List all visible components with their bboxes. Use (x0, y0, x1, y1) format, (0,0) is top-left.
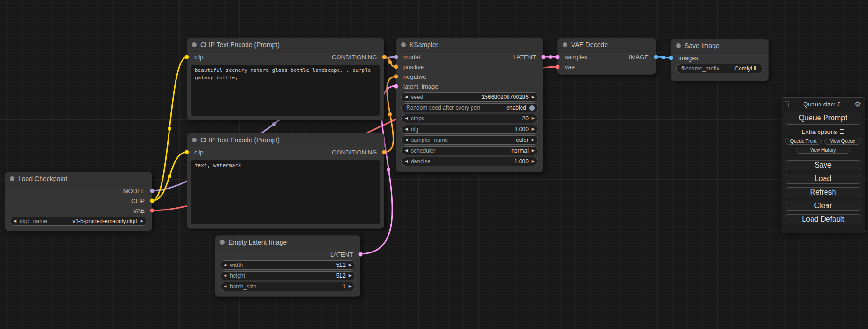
widget-steps[interactable]: ◀ steps 20 ▶ (401, 114, 538, 123)
widget-seed[interactable]: ◀ seed 156680208700286 ▶ (401, 92, 538, 102)
images-input-port[interactable] (669, 56, 673, 60)
node-clip-text-encode-negative[interactable]: CLIP Text Encode (Prompt) clip CONDITION… (187, 133, 384, 229)
link-midpoint-dot (388, 60, 392, 64)
load-default-button[interactable]: Load Default (785, 214, 861, 224)
node-save-image[interactable]: Save Image images filename_prefix ComfyU… (671, 39, 769, 81)
collapse-dot[interactable] (220, 240, 225, 245)
widget-height[interactable]: ◀ height 512 ▶ (220, 271, 355, 280)
link-midpoint-dot (168, 127, 171, 131)
decrement-arrow-icon[interactable]: ◀ (405, 160, 408, 163)
decrement-arrow-icon[interactable]: ◀ (405, 149, 408, 153)
widget-scheduler[interactable]: ◀ scheduler normal ▶ (401, 146, 538, 155)
positive-input-port[interactable] (394, 64, 398, 69)
decrement-arrow-icon[interactable]: ◀ (405, 117, 408, 120)
view-queue-button[interactable]: View Queue (824, 138, 861, 145)
extra-options-row: Extra options (785, 128, 861, 135)
increment-arrow-icon[interactable]: ▶ (532, 138, 535, 142)
decrement-arrow-icon[interactable]: ◀ (405, 95, 408, 99)
latent-output-port[interactable] (359, 252, 363, 256)
extra-options-label: Extra options (802, 128, 837, 135)
decrement-arrow-icon[interactable]: ◀ (405, 138, 408, 142)
view-history-button[interactable]: View History (796, 147, 850, 154)
node-clip-text-encode-positive[interactable]: CLIP Text Encode (Prompt) clip CONDITION… (187, 38, 384, 120)
widget-value: 512 (336, 273, 346, 279)
widget-width[interactable]: ◀ width 512 ▶ (220, 260, 355, 270)
extra-options-checkbox[interactable] (840, 129, 844, 134)
clip-input-port[interactable] (185, 150, 189, 154)
latent-image-input-port[interactable] (394, 84, 398, 88)
node-title-bar[interactable]: KSampler (396, 38, 543, 52)
slot-row: latent_image (396, 81, 543, 91)
latent-output-port[interactable] (542, 55, 546, 59)
node-ksampler[interactable]: KSampler model LATENT positive negative … (396, 38, 543, 172)
node-title: Load Checkpoint (18, 175, 67, 182)
node-vae-decode[interactable]: VAE Decode samples IMAGE vae (557, 38, 656, 75)
increment-arrow-icon[interactable]: ▶ (349, 274, 352, 278)
queue-prompt-button[interactable]: Queue Prompt (785, 112, 861, 125)
positive-prompt-textarea[interactable]: beautiful scenery nature glass bottle la… (191, 65, 380, 116)
decrement-arrow-icon[interactable]: ◀ (224, 274, 226, 278)
toggle-dot[interactable] (529, 105, 535, 111)
save-button[interactable]: Save (785, 160, 861, 170)
model-output-port[interactable] (150, 189, 155, 193)
conditioning-output-port[interactable] (382, 150, 387, 154)
widget-cfg[interactable]: ◀ cfg 8.000 ▶ (401, 125, 538, 134)
conditioning-output-port[interactable] (382, 55, 387, 59)
increment-arrow-icon[interactable]: ▶ (532, 117, 535, 120)
queue-front-button[interactable]: Queue Front (785, 138, 822, 145)
slot-row: images (671, 53, 768, 63)
model-input-port[interactable] (394, 55, 398, 59)
node-title-bar[interactable]: Empty Latent Image (215, 236, 360, 249)
collapse-dot[interactable] (10, 176, 14, 181)
increment-arrow-icon[interactable]: ▶ (532, 127, 535, 131)
widget-batch-size[interactable]: ◀ batch_size 1 ▶ (220, 282, 355, 291)
output-row: CLIP (5, 196, 152, 205)
increment-arrow-icon[interactable]: ▶ (532, 160, 535, 163)
vae-output-port[interactable] (150, 208, 155, 212)
output-label: CONDITIONING (332, 53, 377, 60)
samples-input-port[interactable] (556, 55, 560, 59)
node-title-bar[interactable]: CLIP Text Encode (Prompt) (187, 38, 384, 52)
increment-arrow-icon[interactable]: ▶ (532, 149, 535, 153)
node-title-bar[interactable]: Save Image (671, 39, 768, 53)
collapse-dot[interactable] (676, 43, 681, 48)
vae-input-port[interactable] (556, 64, 560, 69)
negative-prompt-textarea[interactable]: text, watermark (191, 160, 380, 224)
node-title-bar[interactable]: VAE Decode (558, 38, 656, 52)
increment-arrow-icon[interactable]: ▶ (532, 95, 535, 99)
image-output-port[interactable] (654, 55, 658, 59)
clip-input-port[interactable] (185, 55, 189, 59)
decrement-arrow-icon[interactable]: ◀ (224, 285, 226, 288)
settings-gear-icon[interactable]: ⚙ (854, 100, 861, 109)
widget-sampler-name[interactable]: ◀ sampler_name euler ▶ (401, 135, 538, 145)
node-title-bar[interactable]: Load Checkpoint (5, 172, 152, 186)
widget-name: width (230, 262, 243, 268)
widget-control-after-generate[interactable]: Random seed after every gen enabled (401, 103, 538, 112)
node-empty-latent-image[interactable]: Empty Latent Image LATENT ◀ width 512 ▶ … (215, 235, 360, 297)
widget-name: steps (411, 115, 424, 122)
drag-handle-icon[interactable] (785, 100, 790, 108)
output-row: MODEL (5, 186, 152, 196)
decrement-arrow-icon[interactable]: ◀ (224, 263, 226, 267)
widget-denoise[interactable]: ◀ denoise 1.000 ▶ (401, 157, 538, 166)
collapse-dot[interactable] (401, 42, 406, 47)
node-graph-canvas[interactable]: Load Checkpoint MODEL CLIP VAE ◀ ckpt_na… (0, 0, 868, 329)
increment-arrow-icon[interactable]: ▶ (141, 219, 143, 223)
load-button[interactable]: Load (785, 174, 861, 184)
decrement-arrow-icon[interactable]: ◀ (405, 127, 408, 131)
node-load-checkpoint[interactable]: Load Checkpoint MODEL CLIP VAE ◀ ckpt_na… (5, 172, 152, 231)
clear-button[interactable]: Clear (785, 201, 861, 211)
node-title: VAE Decode (571, 41, 608, 49)
increment-arrow-icon[interactable]: ▶ (349, 263, 352, 267)
decrement-arrow-icon[interactable]: ◀ (14, 219, 16, 223)
clip-output-port[interactable] (150, 198, 155, 203)
widget-filename-prefix[interactable]: filename_prefix ComfyUI (676, 64, 763, 73)
negative-input-port[interactable] (394, 74, 398, 78)
widget-ckpt-name[interactable]: ◀ ckpt_name v1-5-pruned-emaonly.ckpt ▶ (10, 217, 147, 226)
collapse-dot[interactable] (192, 42, 197, 47)
increment-arrow-icon[interactable]: ▶ (349, 285, 352, 288)
collapse-dot[interactable] (192, 138, 197, 142)
refresh-button[interactable]: Refresh (785, 187, 861, 197)
collapse-dot[interactable] (563, 42, 567, 47)
node-title-bar[interactable]: CLIP Text Encode (Prompt) (187, 133, 384, 147)
